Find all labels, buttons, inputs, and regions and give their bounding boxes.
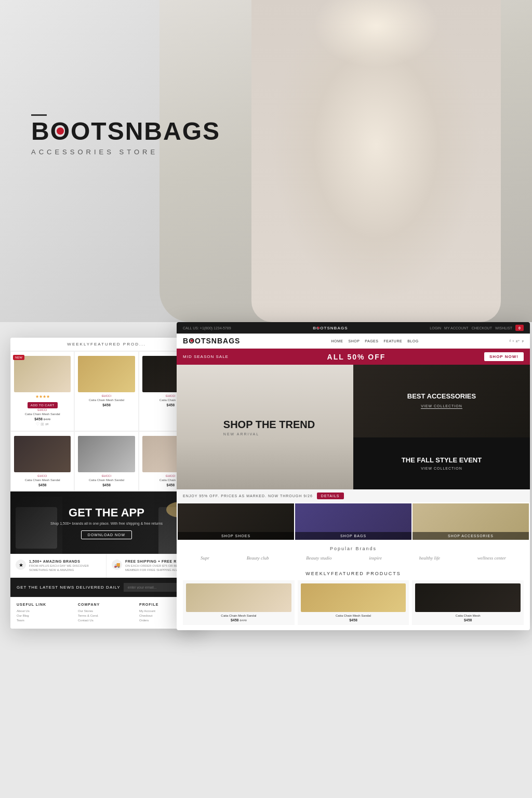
rm-hero-bottom-right: THE FALL STYLE EVENT VIEW COLLECTION bbox=[353, 437, 530, 489]
rm-hero-top-right: BEST ACCESSORIES VIEW COLLECTION bbox=[353, 365, 530, 437]
rm-product-card-2[interactable]: Catia Chain Mesh Sandal $458 bbox=[298, 580, 409, 625]
lm-newsletter: GET THE LATEST NEWS DELIVERED DAILY SUBS… bbox=[10, 578, 203, 597]
brand-beauty-club: Beauty club bbox=[247, 555, 269, 561]
rm-navbar: BOOTSNBAGS HOME SHOP PAGES FEATURE BLOG … bbox=[177, 334, 530, 349]
lm-old-price-1: $479 bbox=[44, 418, 50, 421]
rm-product-img-1 bbox=[186, 583, 291, 612]
lm-product-price-2: $458 bbox=[78, 403, 135, 407]
lm-brands-icon: ★ bbox=[16, 560, 26, 570]
lm-footer-link-stores[interactable]: Our Stores bbox=[78, 609, 135, 613]
rm-shop-bags[interactable]: SHOP BAGS bbox=[295, 503, 411, 540]
hero-section: BOOTSNBAGS ACCESSORIES STORE bbox=[0, 0, 532, 322]
nav-home[interactable]: HOME bbox=[331, 339, 343, 343]
hero-woman-image bbox=[251, 0, 501, 322]
lm-featured-title: WEEKLYFEATURED PROD... bbox=[16, 342, 197, 347]
brand-logo-text: BOOTSNBAGS bbox=[31, 119, 220, 144]
rm-details-button[interactable]: DETAILS bbox=[317, 493, 344, 499]
desktop-mockup: CALL US: +1(800) 1234-5789 BOOTSNBAGS LO… bbox=[177, 322, 530, 630]
brand-beauty-studio: Beauty studio bbox=[306, 555, 331, 561]
rm-fall-view-link[interactable]: VIEW COLLECTION bbox=[402, 467, 482, 470]
rm-shop-bags-label: SHOP BAGS bbox=[295, 532, 411, 540]
lm-download-button[interactable]: DOWNLOAD NOW bbox=[81, 530, 132, 539]
rm-product-card-1[interactable]: Catia Chain Mesh Sandal $458 $479 bbox=[183, 580, 295, 625]
lm-product-5[interactable]: Gucci Catia Chain Mesh Sandal $458 bbox=[74, 431, 138, 491]
logo-o: O bbox=[50, 119, 71, 144]
rm-login[interactable]: LOGIN bbox=[430, 326, 441, 330]
lm-product-price-1: $458 $479 bbox=[14, 417, 71, 421]
nav-shop[interactable]: SHOP bbox=[349, 339, 360, 343]
rm-account[interactable]: MY ACCOUNT bbox=[444, 326, 469, 330]
lm-feature-brands-text: 1,500+ AMAZING BRANDS FROM APLUS EACH DA… bbox=[29, 560, 101, 573]
lm-footer-link-blog[interactable]: Our Blog bbox=[17, 614, 74, 617]
nav-feature[interactable]: FEATURE bbox=[383, 339, 402, 343]
lm-newsletter-input[interactable] bbox=[124, 583, 178, 592]
lm-product-brand-4: Gucci bbox=[14, 474, 71, 477]
rm-topbar: CALL US: +1(800) 1234-5789 BOOTSNBAGS LO… bbox=[177, 322, 530, 334]
rm-nav-links: HOME SHOP PAGES FEATURE BLOG bbox=[331, 339, 419, 343]
rm-sale-label: MID SEASON SALE bbox=[183, 354, 229, 359]
lm-feature-brands-desc: FROM APLUS EACH DAY WE DISCOVER SOMETHIN… bbox=[29, 564, 101, 573]
lm-app-section: GET THE APP Shop 1,500+ brands all in on… bbox=[10, 491, 203, 554]
lm-product-img-5 bbox=[78, 436, 135, 472]
lm-footer-link-about[interactable]: About Us bbox=[17, 609, 74, 613]
social-pinterest[interactable]: p bbox=[522, 339, 524, 343]
lm-feature-brands: ★ 1,500+ AMAZING BRANDS FROM APLUS EACH … bbox=[10, 554, 107, 578]
rm-product-price-3: $458 bbox=[415, 618, 521, 622]
lm-footer-link-contact[interactable]: Contact Us bbox=[78, 619, 135, 622]
brand-healthy-life: healthy life bbox=[419, 555, 440, 561]
lm-header: WEEKLYFEATURED PROD... bbox=[10, 338, 203, 351]
rm-product-img-3 bbox=[415, 583, 521, 612]
rm-topbar-right: LOGIN MY ACCOUNT CHECKOUT WISHLIST 0 bbox=[430, 325, 524, 331]
rm-logo-dot bbox=[317, 327, 320, 329]
lm-features-bar: ★ 1,500+ AMAZING BRANDS FROM APLUS EACH … bbox=[10, 554, 203, 578]
brand-supr: Supr bbox=[201, 555, 209, 561]
lm-product-1[interactable]: NEW ★★★★ ADD TO CART Gucci Catia Chain M… bbox=[10, 351, 74, 431]
lm-feature-brands-title: 1,500+ AMAZING BRANDS bbox=[29, 560, 101, 563]
rm-brands-row: Supr Beauty club Beauty studio inspire h… bbox=[183, 555, 524, 561]
lm-product-4[interactable]: Gucci Catia Chain Mesh Sandal $458 bbox=[10, 431, 74, 491]
mobile-mockup: WEEKLYFEATURED PROD... NEW ★★★★ ADD TO C… bbox=[10, 338, 203, 629]
rm-enjoy-text: ENJOY 95% OFF. PRICES AS MARKED. NOW THR… bbox=[183, 494, 313, 498]
lm-product-brand-2: Gucci bbox=[78, 394, 135, 397]
rm-shop-accessories[interactable]: SHOP ACCESSORIES bbox=[413, 503, 529, 540]
lm-footer-link-terms[interactable]: Terms & Cond. bbox=[78, 614, 135, 617]
rm-fall-style-text: THE FALL STYLE EVENT VIEW COLLECTION bbox=[397, 453, 486, 474]
logo-subtitle: ACCESSORIES STORE bbox=[31, 148, 220, 156]
rm-wishlist[interactable]: WISHLIST bbox=[495, 326, 512, 330]
lm-products-row-2: Gucci Catia Chain Mesh Sandal $458 Gucci… bbox=[10, 431, 203, 491]
lm-products-row-1: NEW ★★★★ ADD TO CART Gucci Catia Chain M… bbox=[10, 351, 203, 431]
social-facebook[interactable]: f bbox=[510, 339, 511, 343]
rm-shop-trend-text: SHOP THE TREND NEW ARRIVAL bbox=[215, 419, 315, 436]
rm-navbar-logo-o: O bbox=[189, 337, 195, 345]
mockup-container: CALL US: +1(800) 1234-5789 BOOTSNBAGS LO… bbox=[0, 322, 532, 798]
rm-best-accessories-text: BEST ACCESSORIES VIEW COLLECTION bbox=[403, 389, 480, 414]
nav-pages[interactable]: PAGES bbox=[365, 339, 378, 343]
rm-product-name-1: Catia Chain Mesh Sandal bbox=[186, 614, 291, 617]
rm-sale-bar: MID SEASON SALE ALL 50% OFF SHOP NOW! bbox=[177, 349, 530, 365]
lm-wishlist-1[interactable]: ♡ ⊞ ⇄ bbox=[14, 422, 71, 427]
rm-product-price-1: $458 $479 bbox=[186, 618, 291, 622]
rm-shop-categories: SHOP SHOES SHOP BAGS SHOP ACCESSORIES bbox=[177, 502, 530, 541]
rm-topbar-phone: CALL US: +1(800) 1234-5789 bbox=[183, 326, 231, 330]
rm-product-card-3[interactable]: Catia Chain Mesh $458 bbox=[412, 580, 524, 625]
lm-footer: USEFUL LINK About Us Our Blog Team COMPA… bbox=[10, 597, 203, 629]
rm-topbar-logo: BOOTSNBAGS bbox=[313, 326, 348, 330]
lm-footer-link-team[interactable]: Team bbox=[17, 619, 74, 622]
rm-view-collection-link[interactable]: VIEW COLLECTION bbox=[421, 404, 462, 409]
lm-product-img-2 bbox=[78, 356, 135, 392]
rm-shop-shoes[interactable]: SHOP SHOES bbox=[178, 503, 294, 540]
lm-app-content: GET THE APP Shop 1,500+ brands all in on… bbox=[50, 507, 163, 539]
nav-blog[interactable]: BLOG bbox=[407, 339, 418, 343]
rm-new-arrival-label: NEW ARRIVAL bbox=[223, 432, 315, 436]
lm-product-name-1: Catia Chain Mesh Sandal bbox=[14, 413, 71, 416]
social-twitter[interactable]: t bbox=[513, 339, 514, 343]
rm-cart-icon[interactable]: 0 bbox=[515, 325, 524, 331]
lm-product-2[interactable]: Gucci Catia Chain Mesh Sandal $458 bbox=[74, 351, 138, 431]
rm-shop-now-button[interactable]: SHOP NOW! bbox=[484, 352, 524, 361]
woman-silhouette bbox=[251, 0, 501, 322]
rm-checkout[interactable]: CHECKOUT bbox=[472, 326, 492, 330]
social-google[interactable]: g+ bbox=[516, 339, 520, 343]
lm-product-brand-1: Gucci bbox=[14, 408, 71, 411]
lm-add-to-cart-1[interactable]: ADD TO CART bbox=[28, 402, 58, 408]
lm-shipping-icon: 🚚 bbox=[112, 560, 122, 570]
